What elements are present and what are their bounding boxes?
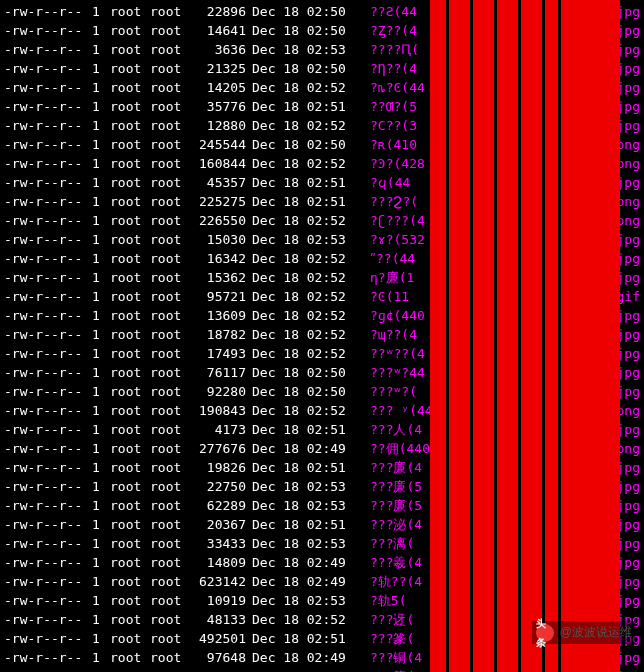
filename-prefix: ???纂( (370, 667, 414, 672)
permissions: -rw-r--r-- (4, 154, 92, 173)
permissions: -rw-r--r-- (4, 325, 92, 344)
filename-prefix: ???漓( (370, 534, 414, 553)
group: root (150, 458, 190, 477)
watermark-author: @波波说运维 (560, 623, 632, 642)
owner: root (110, 287, 150, 306)
owner: root (110, 496, 150, 515)
link-count: 1 (92, 553, 110, 572)
group: root (150, 211, 190, 230)
permissions: -rw-r--r-- (4, 591, 92, 610)
group: root (150, 306, 190, 325)
file-size: 14205 (190, 78, 246, 97)
date-time: Dec 18 02:51 (246, 420, 370, 439)
owner: root (110, 534, 150, 553)
filename-prefix: ?ɡ¢(440 (370, 306, 425, 325)
permissions: -rw-r--r-- (4, 572, 92, 591)
owner: root (110, 173, 150, 192)
link-count: 1 (92, 287, 110, 306)
file-size: 19826 (190, 458, 246, 477)
link-count: 1 (92, 249, 110, 268)
date-time: Dec 18 02:52 (246, 268, 370, 287)
owner: root (110, 572, 150, 591)
file-size: 16342 (190, 249, 246, 268)
file-size: 15030 (190, 230, 246, 249)
file-size: 22896 (190, 2, 246, 21)
date-time: Dec 18 02:52 (246, 401, 370, 420)
link-count: 1 (92, 173, 110, 192)
permissions: -rw-r--r-- (4, 344, 92, 363)
date-time: Dec 18 02:50 (246, 59, 370, 78)
permissions: -rw-r--r-- (4, 648, 92, 667)
filename-prefix: ????Ԥ( (370, 40, 419, 59)
redaction-stripe (518, 0, 521, 672)
redaction-stripe (446, 0, 449, 672)
filename-prefix: ???Ϩ?( (370, 192, 418, 211)
link-count: 1 (92, 116, 110, 135)
link-count: 1 (92, 230, 110, 249)
permissions: -rw-r--r-- (4, 382, 92, 401)
permissions: -rw-r--r-- (4, 306, 92, 325)
link-count: 1 (92, 363, 110, 382)
link-count: 1 (92, 629, 110, 648)
file-size: 33433 (190, 534, 246, 553)
filename-prefix: ?Ͼ(11 (370, 287, 409, 306)
permissions: -rw-r--r-- (4, 420, 92, 439)
filename-prefix: ???泌(4 (370, 515, 422, 534)
file-size: 21325 (190, 59, 246, 78)
date-time: Dec 18 02:52 (246, 306, 370, 325)
date-time: Dec 18 02:51 (246, 515, 370, 534)
link-count: 1 (92, 268, 110, 287)
group: root (150, 249, 190, 268)
owner: root (110, 2, 150, 21)
permissions: -rw-r--r-- (4, 78, 92, 97)
permissions: -rw-r--r-- (4, 192, 92, 211)
permissions: -rw-r--r-- (4, 667, 92, 672)
filename-prefix: ?ʗ???(4 (370, 211, 425, 230)
file-size: 12880 (190, 116, 246, 135)
filename-prefix: ???篆( (370, 629, 414, 648)
file-size: 225275 (190, 192, 246, 211)
redaction-overlay (430, 0, 620, 672)
owner: root (110, 211, 150, 230)
file-size: 18782 (190, 325, 246, 344)
owner: root (110, 306, 150, 325)
permissions: -rw-r--r-- (4, 477, 92, 496)
date-time: Dec 18 02:52 (246, 610, 370, 629)
file-size: 95721 (190, 287, 246, 306)
owner: root (110, 78, 150, 97)
group: root (150, 667, 190, 672)
group: root (150, 496, 190, 515)
group: root (150, 629, 190, 648)
date-time: Dec 18 02:53 (246, 667, 370, 672)
filename-prefix: ?ɤ?(532 (370, 230, 425, 249)
file-size: 226550 (190, 211, 246, 230)
owner: root (110, 21, 150, 40)
permissions: -rw-r--r-- (4, 173, 92, 192)
link-count: 1 (92, 496, 110, 515)
filename-prefix: ???廉(4 (370, 458, 422, 477)
permissions: -rw-r--r-- (4, 496, 92, 515)
date-time: Dec 18 02:52 (246, 249, 370, 268)
group: root (150, 287, 190, 306)
date-time: Dec 18 02:53 (246, 496, 370, 515)
filename-prefix: ??佣(440 (370, 439, 430, 458)
permissions: -rw-r--r-- (4, 211, 92, 230)
date-time: Dec 18 02:52 (246, 211, 370, 230)
group: root (150, 648, 190, 667)
file-size: 22750 (190, 477, 246, 496)
redaction-stripe (494, 0, 497, 672)
link-count: 1 (92, 648, 110, 667)
permissions: -rw-r--r-- (4, 230, 92, 249)
owner: root (110, 629, 150, 648)
owner: root (110, 268, 150, 287)
date-time: Dec 18 02:52 (246, 325, 370, 344)
owner: root (110, 420, 150, 439)
file-size: 48133 (190, 610, 246, 629)
filename-prefix: ?ϥ(44 (370, 173, 410, 192)
date-time: Dec 18 02:52 (246, 116, 370, 135)
link-count: 1 (92, 610, 110, 629)
filename-prefix: ?Ͽ?(428 (370, 154, 425, 173)
link-count: 1 (92, 192, 110, 211)
filename-prefix: ?Ȥ??(4 (370, 21, 417, 40)
date-time: Dec 18 02:50 (246, 363, 370, 382)
